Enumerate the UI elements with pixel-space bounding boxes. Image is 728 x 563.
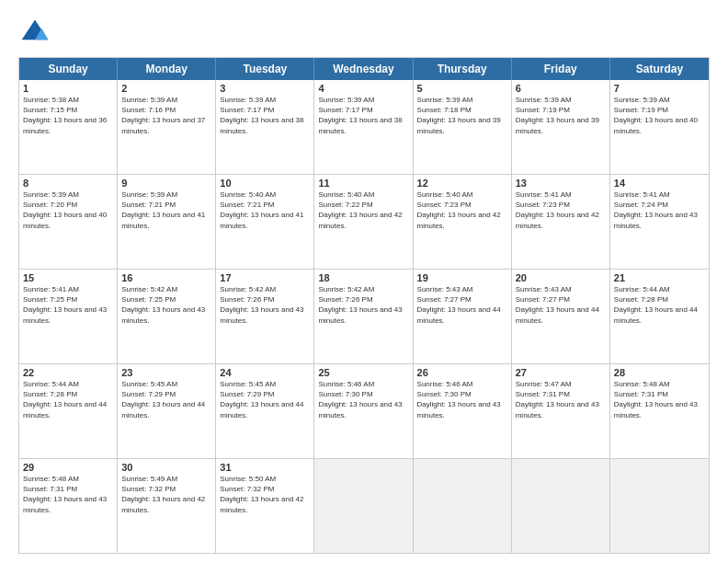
logo-icon: [18, 17, 51, 50]
day-number: 9: [121, 178, 211, 189]
day-number: 22: [23, 367, 113, 378]
day-number: 5: [417, 83, 507, 94]
day-info: Sunrise: 5:39 AMSunset: 7:21 PMDaylight:…: [121, 190, 211, 231]
day-number: 8: [23, 178, 113, 189]
calendar-cell: 18Sunrise: 5:42 AMSunset: 7:26 PMDayligh…: [314, 270, 413, 363]
calendar-row: 8Sunrise: 5:39 AMSunset: 7:20 PMDaylight…: [19, 175, 709, 270]
day-header-friday: Friday: [512, 58, 610, 80]
calendar-row: 1Sunrise: 5:38 AMSunset: 7:15 PMDaylight…: [19, 80, 709, 175]
calendar-cell: 11Sunrise: 5:40 AMSunset: 7:22 PMDayligh…: [314, 175, 413, 269]
day-number: 24: [220, 367, 310, 378]
day-number: 6: [516, 83, 606, 94]
calendar-cell: 22Sunrise: 5:44 AMSunset: 7:28 PMDayligh…: [19, 364, 118, 458]
day-info: Sunrise: 5:42 AMSunset: 7:26 PMDaylight:…: [220, 284, 310, 326]
calendar-row: 29Sunrise: 5:48 AMSunset: 7:31 PMDayligh…: [19, 459, 709, 553]
day-number: 17: [220, 272, 310, 283]
day-number: 15: [23, 272, 113, 283]
day-info: Sunrise: 5:41 AMSunset: 7:23 PMDaylight:…: [516, 190, 606, 231]
calendar-cell: 17Sunrise: 5:42 AMSunset: 7:26 PMDayligh…: [216, 270, 314, 363]
day-info: Sunrise: 5:47 AMSunset: 7:31 PMDaylight:…: [516, 379, 606, 420]
day-number: 11: [318, 178, 408, 189]
day-info: Sunrise: 5:43 AMSunset: 7:27 PMDaylight:…: [417, 284, 507, 326]
day-info: Sunrise: 5:50 AMSunset: 7:32 PMDaylight:…: [220, 474, 310, 515]
day-info: Sunrise: 5:40 AMSunset: 7:23 PMDaylight:…: [417, 190, 507, 231]
day-info: Sunrise: 5:39 AMSunset: 7:20 PMDaylight:…: [23, 190, 113, 231]
calendar-body: 1Sunrise: 5:38 AMSunset: 7:15 PMDaylight…: [19, 80, 709, 553]
day-info: Sunrise: 5:48 AMSunset: 7:31 PMDaylight:…: [23, 474, 113, 515]
calendar-cell: 28Sunrise: 5:48 AMSunset: 7:31 PMDayligh…: [610, 364, 709, 458]
day-number: 13: [516, 178, 606, 189]
calendar-cell: 21Sunrise: 5:44 AMSunset: 7:28 PMDayligh…: [610, 270, 709, 363]
day-info: Sunrise: 5:42 AMSunset: 7:26 PMDaylight:…: [318, 284, 408, 326]
calendar-cell: 1Sunrise: 5:38 AMSunset: 7:15 PMDaylight…: [19, 80, 118, 174]
calendar-cell: 4Sunrise: 5:39 AMSunset: 7:17 PMDaylight…: [314, 80, 413, 174]
calendar-cell: 15Sunrise: 5:41 AMSunset: 7:25 PMDayligh…: [19, 270, 118, 363]
calendar-cell: 31Sunrise: 5:50 AMSunset: 7:32 PMDayligh…: [216, 459, 314, 553]
calendar-cell: 19Sunrise: 5:43 AMSunset: 7:27 PMDayligh…: [414, 270, 512, 363]
calendar-cell: 12Sunrise: 5:40 AMSunset: 7:23 PMDayligh…: [414, 175, 512, 269]
calendar-cell: 14Sunrise: 5:41 AMSunset: 7:24 PMDayligh…: [610, 175, 709, 269]
day-header-saturday: Saturday: [610, 58, 709, 80]
day-info: Sunrise: 5:39 AMSunset: 7:19 PMDaylight:…: [516, 95, 606, 136]
day-number: 4: [318, 83, 408, 94]
day-number: 14: [614, 178, 705, 189]
day-info: Sunrise: 5:45 AMSunset: 7:29 PMDaylight:…: [121, 379, 211, 420]
calendar-cell: 8Sunrise: 5:39 AMSunset: 7:20 PMDaylight…: [19, 175, 118, 269]
day-info: Sunrise: 5:38 AMSunset: 7:15 PMDaylight:…: [23, 95, 113, 136]
day-number: 26: [417, 367, 507, 378]
day-number: 12: [417, 178, 507, 189]
calendar-cell: 23Sunrise: 5:45 AMSunset: 7:29 PMDayligh…: [118, 364, 216, 458]
calendar-cell: 5Sunrise: 5:39 AMSunset: 7:18 PMDaylight…: [414, 80, 512, 174]
day-number: 18: [318, 272, 408, 283]
calendar-cell: 20Sunrise: 5:43 AMSunset: 7:27 PMDayligh…: [512, 270, 610, 363]
day-number: 21: [614, 272, 705, 283]
calendar-cell: 26Sunrise: 5:46 AMSunset: 7:30 PMDayligh…: [414, 364, 512, 458]
day-info: Sunrise: 5:41 AMSunset: 7:25 PMDaylight:…: [23, 284, 113, 326]
day-info: Sunrise: 5:44 AMSunset: 7:28 PMDaylight:…: [23, 379, 113, 420]
calendar-cell: [512, 459, 610, 553]
calendar-cell: 13Sunrise: 5:41 AMSunset: 7:23 PMDayligh…: [512, 175, 610, 269]
day-header-thursday: Thursday: [414, 58, 512, 80]
day-number: 3: [220, 83, 310, 94]
day-number: 27: [516, 367, 606, 378]
day-info: Sunrise: 5:42 AMSunset: 7:25 PMDaylight:…: [121, 284, 211, 326]
day-number: 23: [121, 367, 211, 378]
day-number: 1: [23, 83, 113, 94]
calendar-cell: 7Sunrise: 5:39 AMSunset: 7:19 PMDaylight…: [610, 80, 709, 174]
day-number: 31: [220, 462, 310, 473]
calendar-cell: 25Sunrise: 5:46 AMSunset: 7:30 PMDayligh…: [314, 364, 413, 458]
day-info: Sunrise: 5:39 AMSunset: 7:17 PMDaylight:…: [220, 95, 310, 136]
day-info: Sunrise: 5:39 AMSunset: 7:17 PMDaylight:…: [318, 95, 408, 136]
day-info: Sunrise: 5:43 AMSunset: 7:27 PMDaylight:…: [516, 284, 606, 326]
calendar-cell: [414, 459, 512, 553]
calendar-cell: 2Sunrise: 5:39 AMSunset: 7:16 PMDaylight…: [118, 80, 216, 174]
day-info: Sunrise: 5:39 AMSunset: 7:16 PMDaylight:…: [121, 95, 211, 136]
day-info: Sunrise: 5:48 AMSunset: 7:31 PMDaylight:…: [614, 379, 705, 420]
day-info: Sunrise: 5:39 AMSunset: 7:19 PMDaylight:…: [614, 95, 705, 136]
day-info: Sunrise: 5:40 AMSunset: 7:22 PMDaylight:…: [318, 190, 408, 231]
day-header-monday: Monday: [118, 58, 216, 80]
day-info: Sunrise: 5:46 AMSunset: 7:30 PMDaylight:…: [318, 379, 408, 420]
calendar-cell: 3Sunrise: 5:39 AMSunset: 7:17 PMDaylight…: [216, 80, 314, 174]
calendar-cell: 29Sunrise: 5:48 AMSunset: 7:31 PMDayligh…: [19, 459, 118, 553]
header: [18, 17, 710, 50]
calendar-header: SundayMondayTuesdayWednesdayThursdayFrid…: [19, 58, 709, 80]
day-header-sunday: Sunday: [19, 58, 118, 80]
calendar-row: 15Sunrise: 5:41 AMSunset: 7:25 PMDayligh…: [19, 270, 709, 364]
day-number: 20: [516, 272, 606, 283]
calendar-cell: 6Sunrise: 5:39 AMSunset: 7:19 PMDaylight…: [512, 80, 610, 174]
calendar-cell: 27Sunrise: 5:47 AMSunset: 7:31 PMDayligh…: [512, 364, 610, 458]
calendar-cell: 30Sunrise: 5:49 AMSunset: 7:32 PMDayligh…: [118, 459, 216, 553]
day-info: Sunrise: 5:44 AMSunset: 7:28 PMDaylight:…: [614, 284, 705, 326]
day-number: 25: [318, 367, 408, 378]
day-number: 30: [121, 462, 211, 473]
calendar-cell: 24Sunrise: 5:45 AMSunset: 7:29 PMDayligh…: [216, 364, 314, 458]
day-info: Sunrise: 5:45 AMSunset: 7:29 PMDaylight:…: [220, 379, 310, 420]
day-number: 2: [121, 83, 211, 94]
day-info: Sunrise: 5:39 AMSunset: 7:18 PMDaylight:…: [417, 95, 507, 136]
day-number: 16: [121, 272, 211, 283]
day-header-tuesday: Tuesday: [216, 58, 314, 80]
day-info: Sunrise: 5:40 AMSunset: 7:21 PMDaylight:…: [220, 190, 310, 231]
calendar-cell: [314, 459, 413, 553]
day-number: 10: [220, 178, 310, 189]
